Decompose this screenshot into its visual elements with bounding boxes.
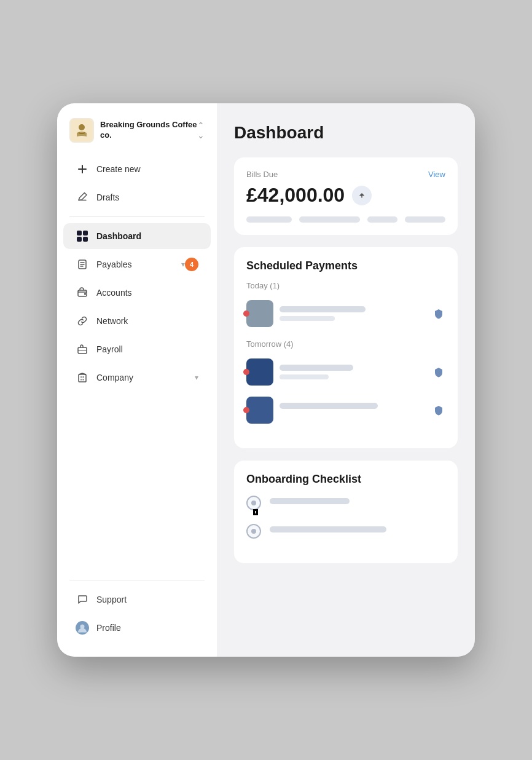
briefcase-icon (76, 342, 89, 356)
svg-rect-14 (80, 376, 82, 378)
scheduled-payments-title: Scheduled Payments (246, 259, 445, 272)
checklist-dot-2 (251, 529, 256, 534)
bills-due-header: Bills Due View (246, 170, 445, 179)
payment-amount-skeleton-t1 (280, 374, 329, 379)
sidebar-item-drafts[interactable]: Drafts (63, 184, 211, 210)
payment-avatar-today-1 (246, 300, 273, 327)
chat-icon (76, 593, 89, 606)
checklist-circle-2 (246, 524, 261, 539)
payment-name-skeleton-t2 (280, 403, 378, 409)
svg-rect-10 (84, 293, 86, 295)
company-selector[interactable]: Breaking Grounds Coffee co. ⌃⌄ (57, 118, 217, 155)
accounts-label: Accounts (96, 288, 198, 298)
bills-skeleton-row (246, 216, 445, 223)
payment-amount-skeleton (280, 316, 335, 321)
checklist-item-2[interactable] (246, 523, 445, 539)
sidebar-divider-top (69, 216, 205, 217)
svg-rect-13 (79, 374, 86, 382)
shield-icon-tomorrow-2 (432, 403, 445, 417)
today-section: Today (1) (246, 281, 445, 331)
drafts-label: Drafts (96, 192, 198, 202)
payment-dot-today-1 (243, 311, 249, 317)
wallet-icon (76, 286, 89, 299)
tomorrow-section: Tomorrow (4) (246, 339, 445, 427)
link-icon (76, 314, 89, 328)
payment-dot-tomorrow-2 (243, 407, 249, 413)
pencil-icon (76, 191, 89, 204)
sidebar-divider-bottom (69, 580, 205, 580)
shield-icon-tomorrow-1 (432, 365, 445, 379)
skeleton-4 (405, 216, 445, 223)
sidebar-item-create-new[interactable]: Create new (63, 156, 211, 182)
svg-point-1 (79, 124, 85, 130)
svg-rect-16 (80, 379, 82, 381)
checklist-text-2 (270, 526, 386, 532)
shield-icon-today-1 (432, 307, 445, 320)
sidebar-item-payroll[interactable]: Payroll (63, 336, 211, 362)
skeleton-3 (367, 216, 397, 223)
today-label: Today (1) (246, 281, 445, 290)
document-icon (76, 258, 89, 271)
plus-icon (76, 162, 89, 176)
checklist-dot-1 (251, 501, 256, 505)
building-icon (76, 371, 89, 384)
sidebar-item-dashboard[interactable]: Dashboard (63, 223, 211, 249)
payment-avatar-tomorrow-2 (246, 397, 273, 424)
main-content: Dashboard Bills Due View £42,000.00 (217, 103, 475, 657)
bills-due-view-link[interactable]: View (428, 170, 445, 179)
profile-label: Profile (96, 623, 198, 633)
company-logo (69, 118, 94, 143)
company-expand-icon: ▾ (195, 373, 198, 382)
sidebar: Breaking Grounds Coffee co. ⌃⌄ Create ne… (57, 103, 217, 657)
payment-details-today-1 (280, 306, 427, 321)
sidebar-item-network[interactable]: Network (63, 308, 211, 334)
payment-name-skeleton-t1 (280, 365, 353, 371)
company-name: Breaking Grounds Coffee co. (100, 120, 197, 141)
bills-due-label: Bills Due (246, 170, 278, 179)
skeleton-2 (299, 216, 360, 223)
network-label: Network (96, 316, 198, 326)
support-label: Support (96, 595, 198, 604)
company-label: Company (96, 373, 192, 382)
sidebar-item-support[interactable]: Support (63, 587, 211, 612)
payment-item-tomorrow-2[interactable] (246, 393, 445, 427)
checklist-item-1[interactable] (246, 494, 445, 510)
payment-details-tomorrow-1 (280, 365, 427, 379)
checklist-text-1 (270, 498, 350, 504)
dashboard-label: Dashboard (96, 231, 198, 241)
svg-rect-15 (83, 376, 85, 378)
sidebar-item-profile[interactable]: Profile (63, 615, 211, 641)
payment-dot-tomorrow-1 (243, 369, 249, 375)
payables-badge: 4 (185, 258, 198, 271)
sidebar-item-company[interactable]: Company ▾ (63, 365, 211, 390)
bills-amount: £42,000.00 (246, 184, 345, 207)
onboarding-title: Onboarding Checklist (246, 473, 445, 486)
bills-amount-row: £42,000.00 (246, 184, 445, 207)
company-chevron-icon: ⌃⌄ (197, 121, 205, 140)
checklist-circle-1 (246, 496, 261, 510)
dashboard-icon (76, 229, 89, 243)
svg-rect-17 (83, 379, 85, 381)
page-title: Dashboard (234, 123, 458, 143)
onboarding-card: Onboarding Checklist (234, 461, 458, 563)
tomorrow-label: Tomorrow (4) (246, 339, 445, 349)
app-container: Breaking Grounds Coffee co. ⌃⌄ Create ne… (57, 103, 475, 657)
payment-name-skeleton (280, 306, 366, 312)
payment-details-tomorrow-2 (280, 403, 427, 418)
payables-label: Payables (96, 259, 179, 269)
sidebar-item-payables[interactable]: Payables ▾ 4 (63, 251, 211, 277)
bills-due-card: Bills Due View £42,000.00 (234, 157, 458, 235)
avatar-icon (76, 621, 89, 635)
create-new-label: Create new (96, 164, 198, 174)
payment-item-today-1[interactable] (246, 296, 445, 331)
payroll-label: Payroll (96, 344, 198, 354)
scheduled-payments-card: Scheduled Payments Today (1) (234, 247, 458, 448)
svg-point-19 (80, 625, 85, 629)
payment-item-tomorrow-1[interactable] (246, 355, 445, 389)
payment-avatar-tomorrow-1 (246, 358, 273, 386)
skeleton-1 (246, 216, 292, 223)
bills-up-button[interactable] (352, 186, 372, 205)
sidebar-item-accounts[interactable]: Accounts (63, 280, 211, 306)
